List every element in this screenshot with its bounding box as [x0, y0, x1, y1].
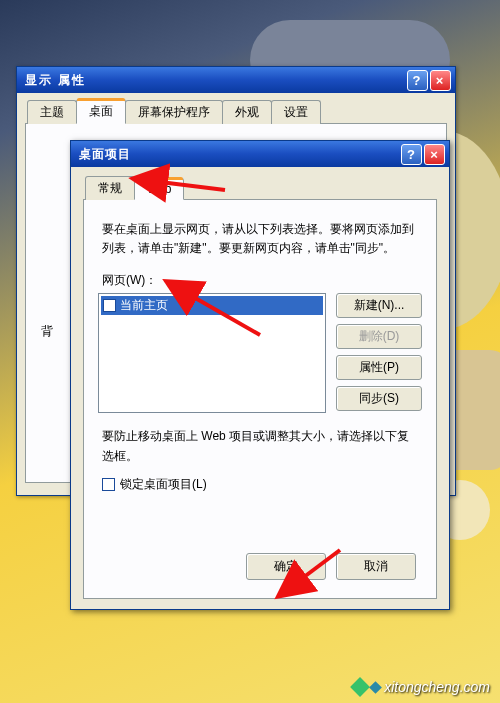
tab-screensaver[interactable]: 屏幕保护程序: [125, 100, 223, 124]
list-item[interactable]: 当前主页: [101, 296, 323, 315]
list-item-checkbox[interactable]: [103, 299, 116, 312]
sync-button[interactable]: 同步(S): [336, 386, 422, 411]
desktop-items-dialog: 桌面项目 ? × 常规 Web 要在桌面上显示网页，请从以下列表选择。要将网页添…: [70, 140, 450, 610]
inner-window-title: 桌面项目: [79, 146, 131, 163]
inner-tab-panel: 要在桌面上显示网页，请从以下列表选择。要将网页添加到列表，请单击"新建"。要更新…: [83, 199, 437, 599]
ok-button[interactable]: 确定: [246, 553, 326, 580]
prevent-move-text: 要防止移动桌面上 Web 项目或调整其大小，请选择以下复选框。: [102, 427, 418, 465]
inner-titlebar[interactable]: 桌面项目 ? ×: [71, 141, 449, 167]
tab-appearance[interactable]: 外观: [222, 100, 272, 124]
watermark-text: xitongcheng.com: [384, 679, 490, 695]
cancel-button[interactable]: 取消: [336, 553, 416, 580]
outer-window-title: 显示 属性: [25, 72, 86, 89]
lock-row[interactable]: 锁定桌面项目(L): [102, 476, 418, 493]
list-item-label: 当前主页: [120, 297, 168, 314]
help-button[interactable]: ?: [407, 70, 428, 91]
tab-settings[interactable]: 设置: [271, 100, 321, 124]
tab-theme[interactable]: 主题: [27, 100, 77, 124]
inner-body: 常规 Web 要在桌面上显示网页，请从以下列表选择。要将网页添加到列表，请单击"…: [71, 167, 449, 609]
properties-button[interactable]: 属性(P): [336, 355, 422, 380]
panel-hint: 背: [41, 323, 53, 340]
tab-general[interactable]: 常规: [85, 176, 135, 200]
watermark: xitongcheng.com: [353, 679, 490, 695]
lock-checkbox[interactable]: [102, 478, 115, 491]
instructions-text: 要在桌面上显示网页，请从以下列表选择。要将网页添加到列表，请单击"新建"。要更新…: [102, 220, 418, 258]
lock-label: 锁定桌面项目(L): [120, 476, 207, 493]
side-buttons: 新建(N)... 删除(D) 属性(P) 同步(S): [336, 293, 422, 413]
tab-web[interactable]: Web: [134, 178, 184, 200]
webpages-label: 网页(W)：: [102, 272, 422, 289]
outer-tab-strip: 主题 桌面 屏幕保护程序 外观 设置: [27, 101, 447, 124]
inner-help-button[interactable]: ?: [401, 144, 422, 165]
inner-tab-strip: 常规 Web: [85, 177, 437, 200]
inner-close-button[interactable]: ×: [424, 144, 445, 165]
tab-desktop[interactable]: 桌面: [76, 99, 126, 124]
new-button[interactable]: 新建(N)...: [336, 293, 422, 318]
dialog-footer: 确定 取消: [98, 541, 422, 588]
webpages-listbox[interactable]: 当前主页: [98, 293, 326, 413]
delete-button: 删除(D): [336, 324, 422, 349]
outer-titlebar[interactable]: 显示 属性 ? ×: [17, 67, 455, 93]
close-button[interactable]: ×: [430, 70, 451, 91]
